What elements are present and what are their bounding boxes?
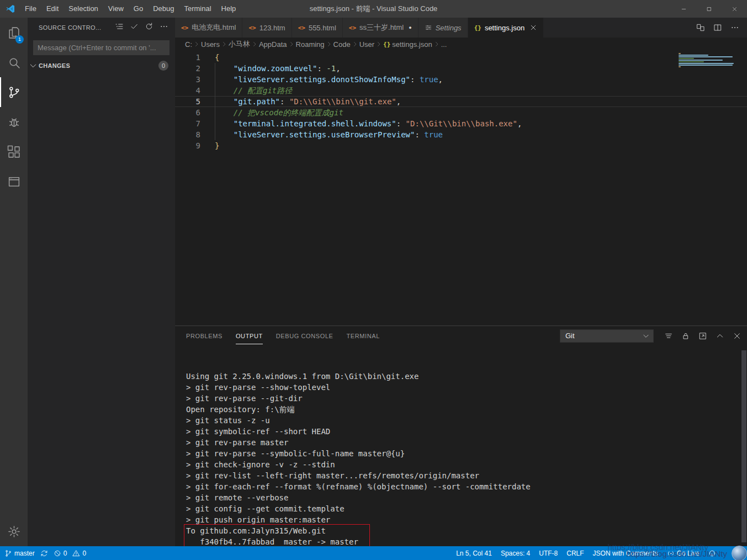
view-as-tree-button[interactable] xyxy=(115,22,125,32)
activitybar-explorer[interactable]: 1 xyxy=(0,18,28,47)
commit-message-input[interactable] xyxy=(33,40,169,55)
html-file-icon: <> xyxy=(349,24,356,31)
breadcrumb-item-小马林[interactable]: 小马林 xyxy=(229,39,250,49)
tab-bar: <>电池充电.html<>123.htm<>555.html<>ss三十岁.ht… xyxy=(175,18,747,38)
panel-tab-output[interactable]: OUTPUT xyxy=(236,327,263,344)
output-line: To github.com:Jalyn315/Web.git xyxy=(186,525,358,536)
vscode-logo-icon xyxy=(6,4,15,14)
breadcrumb-item-settings.json[interactable]: {}settings.json xyxy=(383,40,432,49)
code-line-9[interactable]: 9} xyxy=(175,140,747,151)
html-file-icon: <> xyxy=(298,24,305,31)
statusbar-indentation[interactable]: Spaces: 4 xyxy=(501,550,530,557)
minimap[interactable] xyxy=(679,53,739,68)
minimap-line xyxy=(679,56,733,57)
activitybar-settings-gear[interactable] xyxy=(0,516,28,546)
activitybar-search[interactable] xyxy=(0,47,28,77)
statusbar-encoding[interactable]: UTF-8 xyxy=(539,550,558,557)
tab-电池充电.html[interactable]: <>电池充电.html xyxy=(175,18,242,38)
activitybar-browser-preview[interactable] xyxy=(0,167,28,196)
statusbar-go-live[interactable]: Go Live xyxy=(667,550,700,557)
statusbar-label: Spaces: 4 xyxy=(501,550,530,557)
menu-go[interactable]: Go xyxy=(129,0,148,18)
sidebar-actions xyxy=(110,22,169,33)
line-number: 9 xyxy=(175,140,200,151)
more-actions-icon[interactable] xyxy=(730,23,739,32)
menu-view[interactable]: View xyxy=(103,0,129,18)
code-line-6[interactable]: 6 // 把vscode的终端配置成git xyxy=(175,107,747,118)
settings-gear-icon xyxy=(7,525,21,538)
activitybar-debug[interactable] xyxy=(0,107,28,137)
sidebar-titlebar: SOURCE CONTRO... xyxy=(28,18,175,37)
activitybar-source-control[interactable] xyxy=(0,77,28,107)
breadcrumb-item-Code[interactable]: Code xyxy=(333,40,351,49)
code-editor[interactable]: 1{2 "window.zoomLevel": -1,3 "liveServer… xyxy=(175,51,747,326)
close-panel-icon[interactable] xyxy=(733,332,741,340)
minimap-line xyxy=(679,66,681,67)
maximize-panel-icon[interactable] xyxy=(716,332,724,340)
activitybar-extensions[interactable] xyxy=(0,137,28,167)
menu-edit[interactable]: Edit xyxy=(41,0,63,18)
breadcrumb-item-AppData[interactable]: AppData xyxy=(259,40,287,49)
statusbar-warning-count[interactable]: 0 xyxy=(72,550,86,557)
tab-Settings[interactable]: Settings xyxy=(418,18,468,38)
statusbar-label: UTF-8 xyxy=(539,550,558,557)
tab-close-icon[interactable] xyxy=(529,24,537,31)
tab-123.htm[interactable]: <>123.htm xyxy=(242,18,292,38)
breadcrumb-item-Roaming[interactable]: Roaming xyxy=(296,40,325,49)
code-line-4[interactable]: 4 // 配置git路径 xyxy=(175,85,747,96)
output-line: > git check-ignore -v -z --stdin xyxy=(186,459,747,470)
code-line-1[interactable]: 1{ xyxy=(175,52,747,63)
panel-scrollbar[interactable] xyxy=(741,350,746,542)
split-editor-icon[interactable] xyxy=(713,23,722,32)
chevron-down-icon xyxy=(642,332,650,340)
breadcrumb-item-Users[interactable]: Users xyxy=(201,40,220,49)
code-line-2[interactable]: 2 "window.zoomLevel": -1, xyxy=(175,63,747,74)
minimize-button[interactable] xyxy=(671,0,696,18)
open-changes-icon[interactable] xyxy=(696,23,705,32)
more-actions-button[interactable] xyxy=(160,22,169,32)
tab-ss三十岁.html[interactable]: <>ss三十岁.html● xyxy=(343,18,418,38)
statusbar-feedback-smiley[interactable] xyxy=(708,550,716,557)
line-number: 3 xyxy=(175,74,200,85)
source-control-icon xyxy=(7,86,21,99)
code-line-5[interactable]: 5 "git.path": "D:\\Git\\bin\\git.exe", xyxy=(175,96,747,107)
json-file-icon: {} xyxy=(474,24,481,31)
statusbar-branch-indicator[interactable]: master xyxy=(4,550,35,557)
menu-selection[interactable]: Selection xyxy=(63,0,103,18)
menu-debug[interactable]: Debug xyxy=(148,0,179,18)
code-line-3[interactable]: 3 "liveServer.settings.donotShowInfoMsg"… xyxy=(175,74,747,85)
changes-section-header[interactable]: CHANGES 0 xyxy=(28,60,175,72)
clear-output-icon[interactable] xyxy=(664,332,673,340)
code-line-7[interactable]: 7 "terminal.integrated.shell.windows": "… xyxy=(175,118,747,129)
panel-tab-problems[interactable]: PROBLEMS xyxy=(186,327,222,344)
statusbar-sync-button[interactable] xyxy=(40,550,48,557)
lock-autoscroll-icon[interactable] xyxy=(681,332,690,340)
statusbar-language-mode[interactable]: JSON with Comments xyxy=(593,550,658,557)
output-console[interactable]: Using git 2.25.0.windows.1 from D:\Git\b… xyxy=(175,345,747,546)
breadcrumb-item-User[interactable]: User xyxy=(359,40,374,49)
statusbar-eol-sequence[interactable]: CRLF xyxy=(566,550,584,557)
menu-help[interactable]: Help xyxy=(216,0,241,18)
commit-check-button[interactable] xyxy=(130,22,140,32)
panel-tab-debug-console[interactable]: DEBUG CONSOLE xyxy=(276,327,333,344)
menu-file[interactable]: File xyxy=(20,0,41,18)
line-content: "liveServer.settings.donotShowInfoMsg": … xyxy=(200,74,443,85)
output-line: > git push origin master:master xyxy=(186,514,747,525)
menu-terminal[interactable]: Terminal xyxy=(179,0,216,18)
line-number: 5 xyxy=(175,96,200,107)
breadcrumb-item-C:[interactable]: C: xyxy=(185,40,192,49)
panel-tab-terminal[interactable]: TERMINAL xyxy=(347,327,380,344)
breadcrumb-item-...[interactable]: ... xyxy=(441,40,447,49)
code-line-8[interactable]: 8 "liveServer.settings.useBrowserPreview… xyxy=(175,129,747,140)
maximize-button[interactable] xyxy=(696,0,722,18)
refresh-button[interactable] xyxy=(145,22,155,32)
tab-settings.json[interactable]: {}settings.json xyxy=(468,18,544,38)
statusbar-error-count[interactable]: 0 xyxy=(54,550,67,557)
minimap-line xyxy=(679,58,694,59)
tab-555.html[interactable]: <>555.html xyxy=(292,18,343,38)
close-button[interactable] xyxy=(722,0,747,18)
statusbar-cursor-position[interactable]: Ln 5, Col 41 xyxy=(456,550,492,557)
open-in-editor-icon[interactable] xyxy=(698,332,707,340)
line-content: "git.path": "D:\\Git\\bin\\git.exe", xyxy=(200,96,401,107)
output-channel-select[interactable]: Git xyxy=(560,329,654,343)
